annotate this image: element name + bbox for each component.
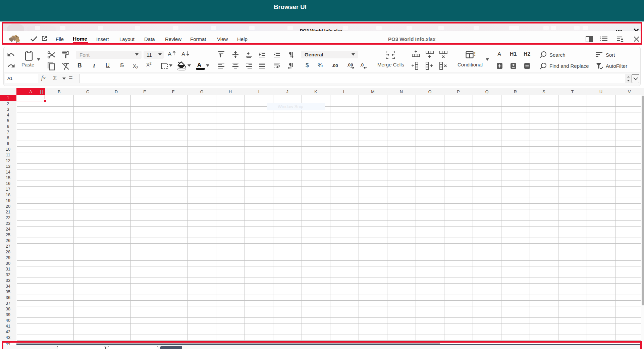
svg-text:!: ! [474, 51, 476, 57]
